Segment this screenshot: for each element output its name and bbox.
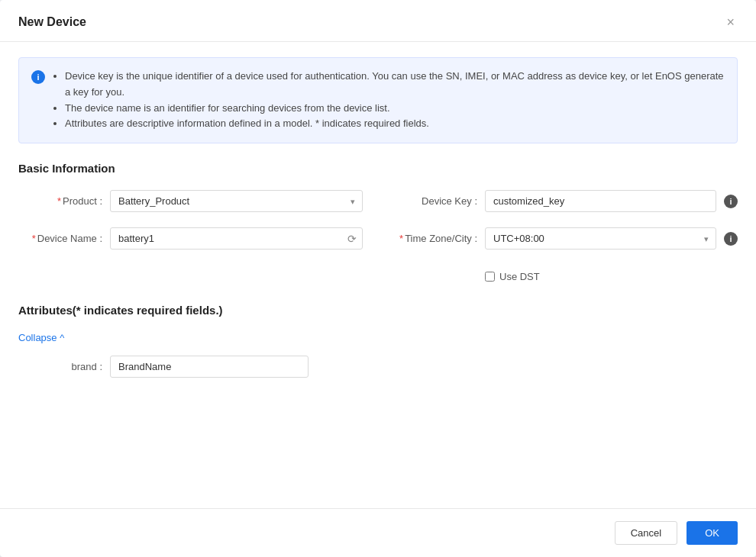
product-row: *Product : Battery_Product ▾ bbox=[18, 190, 363, 212]
device-name-control: ⟳ bbox=[110, 227, 363, 250]
timezone-row: *Time Zone/City : UTC+08:00 ▾ i bbox=[393, 227, 738, 250]
new-device-dialog: New Device × i Device key is the unique … bbox=[0, 0, 756, 557]
left-column: *Product : Battery_Product ▾ *Device Nam bbox=[18, 190, 363, 282]
info-content: Device key is the unique identifier of a… bbox=[53, 69, 725, 132]
device-key-row: Device Key : i bbox=[393, 190, 738, 212]
attributes-section: Attributes(* indicates required fields.)… bbox=[18, 304, 738, 378]
device-key-input[interactable] bbox=[485, 190, 716, 212]
dialog-body: i Device key is the unique identifier of… bbox=[0, 42, 756, 508]
info-box: i Device key is the unique identifier of… bbox=[18, 57, 738, 143]
dialog-header: New Device × bbox=[0, 0, 756, 42]
brand-label: brand : bbox=[18, 361, 102, 372]
right-column: Device Key : i *Time Zone/City : bbox=[393, 190, 738, 282]
ok-button[interactable]: OK bbox=[687, 521, 738, 545]
device-name-label: *Device Name : bbox=[18, 233, 102, 244]
close-button[interactable]: × bbox=[723, 12, 738, 32]
timezone-select-wrapper: UTC+08:00 ▾ bbox=[485, 227, 716, 250]
basic-info-section: Basic Information *Product : Battery_Pro… bbox=[18, 162, 738, 282]
timezone-info-icon[interactable]: i bbox=[724, 232, 738, 246]
dialog-title: New Device bbox=[18, 15, 86, 29]
use-dst-row: Use DST bbox=[485, 271, 738, 282]
info-bullet-1: Device key is the unique identifier of a… bbox=[65, 69, 725, 101]
product-select-wrapper: Battery_Product ▾ bbox=[110, 190, 363, 212]
device-key-info-icon[interactable]: i bbox=[724, 195, 738, 208]
collapse-button[interactable]: Collapse ^ bbox=[18, 332, 64, 343]
cancel-button[interactable]: Cancel bbox=[615, 521, 677, 545]
device-name-required: * bbox=[32, 233, 36, 244]
use-dst-label[interactable]: Use DST bbox=[499, 271, 540, 282]
use-dst-checkbox[interactable] bbox=[485, 272, 495, 282]
sync-icon: ⟳ bbox=[347, 233, 357, 245]
info-bullet-3: Attributes are descriptive information d… bbox=[65, 116, 725, 132]
basic-info-grid: *Product : Battery_Product ▾ *Device Nam bbox=[18, 190, 738, 282]
product-label: *Product : bbox=[18, 195, 102, 207]
info-bullet-2: The device name is an identifier for sea… bbox=[65, 101, 725, 117]
product-required: * bbox=[57, 195, 61, 207]
brand-row: brand : bbox=[18, 356, 738, 378]
device-name-row: *Device Name : ⟳ bbox=[18, 227, 363, 250]
brand-control bbox=[110, 356, 309, 378]
dialog-footer: Cancel OK bbox=[0, 508, 756, 557]
device-key-control bbox=[485, 190, 716, 212]
info-icon: i bbox=[31, 70, 45, 84]
product-select[interactable]: Battery_Product bbox=[110, 190, 363, 212]
timezone-select[interactable]: UTC+08:00 bbox=[485, 227, 716, 250]
device-key-label: Device Key : bbox=[393, 195, 477, 207]
brand-input[interactable] bbox=[110, 356, 309, 378]
timezone-label: *Time Zone/City : bbox=[393, 233, 477, 244]
basic-info-title: Basic Information bbox=[18, 162, 738, 175]
timezone-required: * bbox=[399, 233, 403, 244]
attributes-title: Attributes(* indicates required fields.) bbox=[18, 304, 738, 317]
device-name-input[interactable] bbox=[110, 227, 363, 250]
info-list: Device key is the unique identifier of a… bbox=[53, 69, 725, 132]
